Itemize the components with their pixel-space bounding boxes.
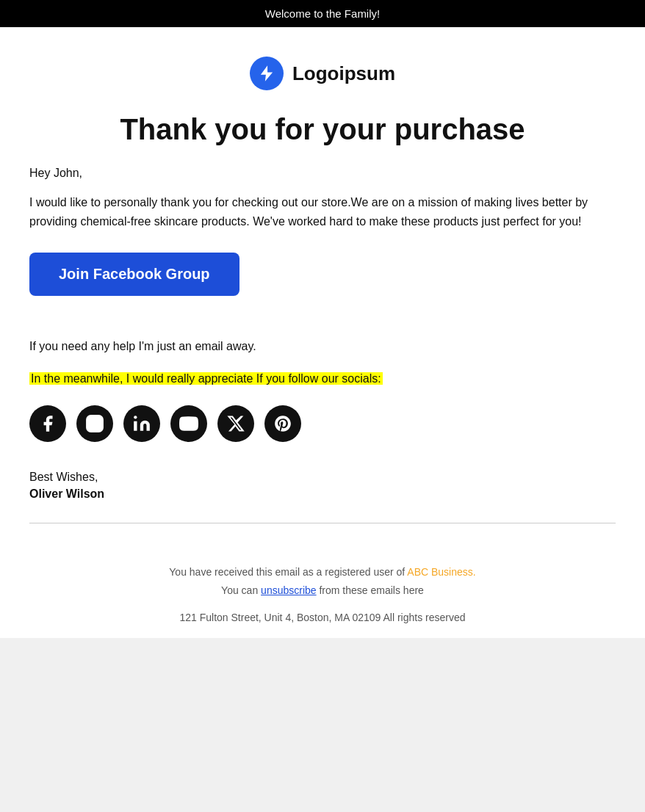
logo-section: Logoipsum [29, 49, 616, 90]
facebook-svg [38, 414, 57, 433]
email-body: Logoipsum Thank you for your purchase He… [0, 27, 645, 556]
body-paragraph: I would like to personally thank you for… [29, 193, 616, 232]
pinterest-svg [273, 414, 292, 433]
instagram-icon[interactable] [76, 405, 113, 442]
email-footer: You have received this email as a regist… [0, 556, 645, 638]
x-twitter-icon[interactable] [217, 405, 254, 442]
highlight-text: In the meanwhile, I would really appreci… [29, 372, 383, 385]
logo-icon-container [250, 57, 284, 90]
top-bar-text: Welcome to the Family! [265, 7, 380, 20]
svg-point-1 [92, 421, 98, 427]
instagram-svg [85, 414, 104, 433]
logo-text: Logoipsum [292, 62, 395, 85]
footer-address: 121 Fulton Street, Unit 4, Boston, MA 02… [15, 612, 630, 623]
highlight-wrapper: In the meanwhile, I would really appreci… [29, 369, 616, 388]
footer-line1: You have received this email as a regist… [15, 563, 630, 581]
pinterest-icon[interactable] [264, 405, 301, 442]
footer-line2-suffix: from these emails here [317, 584, 424, 596]
lightning-bolt-icon [257, 64, 276, 83]
footer-divider [29, 523, 616, 523]
svg-point-4 [134, 416, 137, 419]
linkedin-svg [132, 414, 151, 433]
join-facebook-group-button[interactable]: Join Facebook Group [29, 253, 239, 296]
youtube-icon[interactable] [170, 405, 207, 442]
youtube-svg [179, 414, 198, 433]
greeting-text: Hey John, [29, 167, 616, 180]
signature-block: Best Wishes, Oliver Wilson [29, 467, 616, 500]
svg-rect-3 [134, 421, 137, 431]
footer-line2-prefix: You can [221, 584, 261, 596]
top-bar: Welcome to the Family! [0, 0, 645, 27]
email-container: Welcome to the Family! Logoipsum Thank y… [0, 0, 645, 638]
svg-point-2 [98, 418, 100, 420]
social-icons-row [29, 405, 616, 442]
help-text: If you need any help I'm just an email a… [29, 340, 616, 353]
signature-name: Oliver Wilson [29, 487, 616, 501]
cta-button-wrapper: Join Facebook Group [29, 253, 616, 318]
footer-line1-prefix: You have received this email as a regist… [169, 566, 407, 578]
unsubscribe-link[interactable]: unsubscribe [261, 584, 317, 596]
x-twitter-svg [226, 414, 245, 433]
footer-line2: You can unsubscribe from these emails he… [15, 581, 630, 600]
linkedin-icon[interactable] [123, 405, 160, 442]
company-link[interactable]: ABC Business. [407, 566, 475, 578]
signature-line1: Best Wishes, [29, 467, 616, 487]
main-heading: Thank you for your purchase [29, 112, 616, 146]
facebook-icon[interactable] [29, 405, 66, 442]
